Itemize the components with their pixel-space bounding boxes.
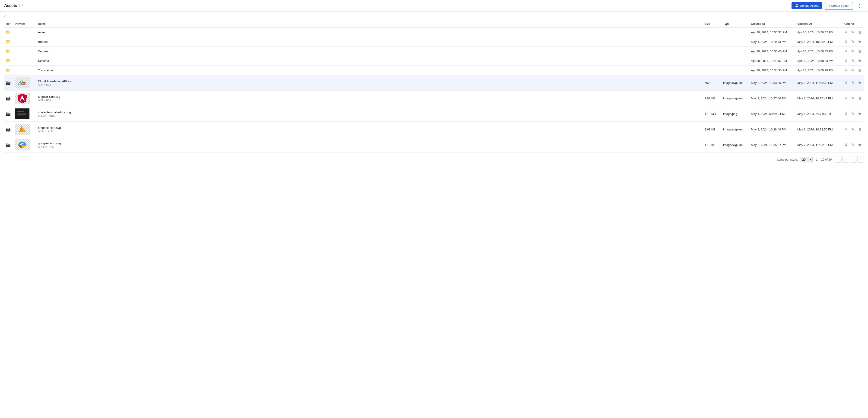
edit-button[interactable]: ✎: [850, 80, 855, 85]
table-row: 📷 angular-icon.svg W32 × H34 1.82 KB ima…: [4, 91, 864, 106]
row-icon-cell: 📁: [4, 56, 13, 66]
row-type-cell: [722, 56, 750, 66]
upload-icon: 💾: [795, 4, 799, 7]
table-row: 📷 firebase-icon.svg W192 × H192 2.63 KB …: [4, 122, 864, 137]
row-type-cell: image/svg+xml: [722, 75, 750, 91]
row-preview-cell: [13, 28, 37, 37]
create-folder-button[interactable]: + Create Folder: [825, 2, 853, 9]
col-header-type: Type: [722, 21, 750, 28]
svg-rect-11: [17, 113, 28, 114]
download-button[interactable]: ⬇: [844, 142, 848, 148]
row-actions-cell: ⬇ ✎ 🗑: [842, 66, 864, 75]
row-size-cell: 2.63 KB: [703, 122, 722, 137]
image-icon: 📷: [6, 96, 11, 101]
delete-button[interactable]: 🗑: [857, 39, 862, 44]
delete-button[interactable]: 🗑: [857, 58, 862, 63]
row-preview-cell: A 文: [13, 75, 37, 91]
image-icon: 📷: [6, 142, 11, 147]
row-type-cell: image/svg+xml: [722, 91, 750, 106]
breadcrumb-bar: ⌂: [0, 11, 868, 21]
row-size-cell: 1.82 KB: [703, 91, 722, 106]
edit-button[interactable]: ✎: [850, 68, 855, 73]
page-nav: « ‹ › »: [835, 156, 864, 163]
row-name-cell: angular-icon.svg W32 × H34: [37, 91, 703, 106]
last-page-button[interactable]: »: [857, 156, 864, 163]
edit-button[interactable]: ✎: [850, 142, 855, 148]
row-preview-cell: [13, 137, 37, 153]
col-header-actions: Actions: [842, 21, 864, 28]
table-row: 📁 Schema Apr 30, 2024, 10:49:57 PM Apr 3…: [4, 56, 864, 66]
kebab-menu-button[interactable]: ⋮: [856, 2, 864, 9]
row-preview-cell: [13, 66, 37, 75]
delete-button[interactable]: 🗑: [857, 96, 862, 101]
delete-button[interactable]: 🗑: [857, 49, 862, 54]
row-type-cell: [722, 66, 750, 75]
row-size-cell: [703, 37, 722, 46]
prev-page-button[interactable]: ‹: [842, 156, 849, 163]
first-page-button[interactable]: «: [835, 156, 842, 163]
home-icon[interactable]: ⌂: [4, 14, 6, 18]
file-preview-thumbnail: [15, 139, 30, 150]
row-updated-cell: May 2, 2024, 11:53:38 PM: [796, 75, 842, 91]
edit-button[interactable]: ✎: [850, 96, 855, 101]
row-updated-cell: Apr 30, 2024, 10:50:28 PM: [796, 66, 842, 75]
next-page-button[interactable]: ›: [850, 156, 857, 163]
row-updated-cell: May 2, 2024, 10:27:47 PM: [796, 91, 842, 106]
table-row: 📁 Translation Apr 29, 2024, 10:34:35 PM …: [4, 66, 864, 75]
row-created-cell: May 2, 2024, 11:35:07 PM: [750, 137, 796, 153]
download-button[interactable]: ⬇: [844, 39, 848, 44]
download-button[interactable]: ⬇: [844, 68, 848, 73]
table-row: 📁 Brands May 1, 2024, 10:29:43 PM May 1,…: [4, 37, 864, 46]
folder-icon: 📁: [6, 68, 11, 72]
row-actions-cell: ⬇ ✎ 🗑: [842, 46, 864, 56]
help-icon[interactable]: ⓘ: [19, 3, 23, 8]
assets-table-container: Icon Preview Name Size Type Created At U…: [0, 21, 868, 153]
edit-button[interactable]: ✎: [850, 111, 855, 116]
row-preview-cell: [13, 37, 37, 46]
row-updated-cell: Apr 30, 2024, 10:50:33 PM: [796, 56, 842, 66]
row-icon-cell: 📷: [4, 106, 13, 122]
folder-icon: 📁: [6, 30, 11, 34]
delete-button[interactable]: 🗑: [857, 68, 862, 73]
row-icon-cell: 📁: [4, 37, 13, 46]
download-button[interactable]: ⬇: [844, 127, 848, 132]
row-icon-cell: 📁: [4, 66, 13, 75]
delete-button[interactable]: 🗑: [857, 142, 862, 148]
delete-button[interactable]: 🗑: [857, 81, 862, 85]
table-row: 📷 A 文 Cloud Translation API.svg W24 × H2…: [4, 75, 864, 91]
edit-button[interactable]: ✎: [850, 30, 855, 35]
download-button[interactable]: ⬇: [844, 96, 848, 101]
col-header-icon: Icon: [4, 21, 13, 28]
delete-button[interactable]: 🗑: [857, 127, 862, 132]
items-per-page-label: Items per page:: [777, 158, 798, 161]
row-created-cell: Apr 29, 2024, 10:34:35 PM: [750, 66, 796, 75]
row-name-cell: firebase-icon.svg W192 × H192: [37, 122, 703, 137]
svg-rect-13: [17, 116, 25, 116]
row-icon-cell: 📷: [4, 75, 13, 91]
items-per-page-control: Items per page: 20 10 50 100: [777, 157, 813, 162]
upload-assets-button[interactable]: 💾 Upload Assets: [792, 2, 822, 9]
download-button[interactable]: ⬇: [844, 80, 848, 85]
assets-table: Icon Preview Name Size Type Created At U…: [4, 21, 864, 153]
edit-button[interactable]: ✎: [850, 127, 855, 132]
row-actions-cell: ⬇ ✎ 🗑: [842, 122, 864, 137]
folder-icon: 📁: [6, 39, 11, 44]
download-button[interactable]: ⬇: [844, 30, 848, 35]
items-per-page-select[interactable]: 20 10 50 100: [800, 157, 813, 162]
delete-button[interactable]: 🗑: [857, 111, 862, 116]
page-title: Assets: [4, 3, 17, 8]
row-type-cell: image/png: [722, 106, 750, 122]
download-button[interactable]: ⬇: [844, 58, 848, 63]
edit-button[interactable]: ✎: [850, 49, 855, 54]
row-name-cell: Schema: [37, 56, 703, 66]
row-actions-cell: ⬇ ✎ 🗑: [842, 37, 864, 46]
delete-button[interactable]: 🗑: [857, 30, 862, 35]
top-bar-right: 💾 Upload Assets + Create Folder ⋮: [792, 2, 864, 9]
download-button[interactable]: ⬇: [844, 49, 848, 54]
col-header-preview: Preview: [13, 21, 37, 28]
edit-button[interactable]: ✎: [850, 39, 855, 44]
edit-button[interactable]: ✎: [850, 58, 855, 63]
row-updated-cell: May 2, 2024, 11:35:10 PM: [796, 137, 842, 153]
download-button[interactable]: ⬇: [844, 111, 848, 116]
row-name-cell: Brands: [37, 37, 703, 46]
